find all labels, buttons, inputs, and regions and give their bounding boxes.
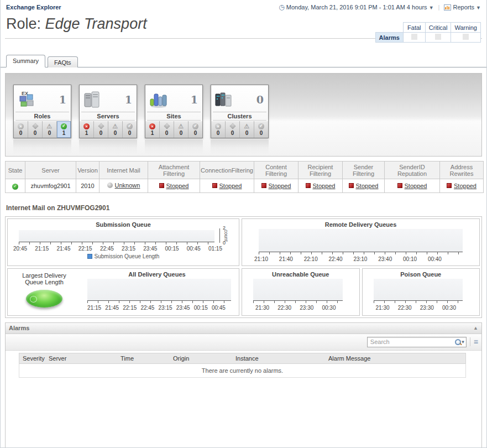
servers-normal-count: 0: [128, 130, 132, 136]
all-delivery-plot-area: [87, 279, 231, 301]
sender-filtering-cell: Stopped: [343, 179, 385, 193]
search-icon[interactable]: [454, 338, 462, 346]
internet-mail-link[interactable]: Unknown: [115, 182, 140, 189]
roles-critical-cell[interactable]: 0: [28, 121, 42, 138]
alarm-summary-col-critical: Critical: [425, 23, 451, 33]
submission-x-labels: 20:45 21:15 21:45 22:15 22:45 23:15 23:4…: [13, 246, 222, 252]
divider: |: [437, 4, 441, 11]
attachment-filtering-link[interactable]: Stopped: [166, 183, 189, 189]
col-senderid-reputation: SenderID Reputation: [385, 162, 440, 179]
search-input[interactable]: [369, 338, 454, 346]
address-rewrites-link[interactable]: Stopped: [454, 183, 476, 189]
tick-label: 00:10: [403, 256, 417, 262]
roles-fatal-cell[interactable]: × 0: [14, 121, 28, 138]
clusters-warning-count: 0: [245, 130, 249, 136]
remote-delivery-x-labels: 21:10 21:40 22:10 22:40 23:10 23:40 00:1…: [254, 256, 442, 262]
tile-clusters-status-row: × 0 0 ⚠ 0 ✓ 0: [211, 121, 268, 138]
sites-normal-cell[interactable]: ✓ 0: [188, 121, 202, 138]
chevron-down-icon[interactable]: ▾: [462, 339, 464, 345]
clusters-normal-cell[interactable]: ✓ 0: [254, 121, 268, 138]
section-title: Internet Mail on ZHUVMFOG2901: [6, 204, 481, 212]
servers-normal-cell[interactable]: ✓ 0: [122, 121, 137, 138]
collapse-icon[interactable]: ▲: [473, 325, 478, 331]
clusters-fatal-count: 0: [217, 130, 220, 136]
tile-servers[interactable]: 1 Servers × 1 0 ⚠ 0: [79, 85, 137, 138]
tick-label: 23:30: [420, 305, 434, 311]
connection-filtering-link[interactable]: Stopped: [219, 183, 242, 189]
clusters-fatal-cell[interactable]: × 0: [211, 121, 225, 138]
critical-icon: [32, 123, 38, 129]
roles-warning-cell[interactable]: ⚠ 0: [42, 121, 56, 138]
servers-fatal-cell[interactable]: × 1: [80, 121, 93, 138]
col-sender-filtering: Sender Filtering: [343, 162, 385, 179]
tick-label: 22:15: [123, 305, 137, 311]
sender-filtering-link[interactable]: Stopped: [356, 183, 379, 189]
clusters-warning-cell[interactable]: ⚠ 0: [239, 121, 254, 138]
sites-critical-count: 0: [165, 130, 169, 136]
version-cell: 2010: [76, 179, 100, 193]
tick-label: 23:15: [122, 246, 135, 252]
critical-icon: [164, 123, 170, 129]
tick-label: 20:45: [13, 246, 27, 252]
recipient-filtering-link[interactable]: Stopped: [313, 183, 336, 189]
tile-roles-label: Roles: [15, 112, 69, 121]
breadcrumb: Exchange Explorer: [6, 4, 61, 11]
empty-count-square: [435, 34, 441, 40]
roles-critical-count: 0: [34, 130, 37, 136]
clusters-critical-cell[interactable]: 0: [225, 121, 239, 138]
poison-plot-area: [374, 279, 463, 301]
col-alarm-message: Alarm Message: [325, 353, 465, 363]
tile-wrap-clusters: 0 Clusters × 0 0 ⚠ 0: [211, 85, 269, 156]
all-delivery-chart-box: Largest Delivery Queue Length All Delive…: [7, 268, 239, 316]
tile-servers-status-row: × 1 0 ⚠ 0 ✓ 0: [80, 121, 137, 138]
fatal-icon: ×: [149, 123, 155, 129]
servers-warning-cell[interactable]: ⚠ 0: [108, 121, 122, 138]
tile-sites[interactable]: 1 Sites × 1 0 ⚠ 0: [145, 85, 203, 138]
address-rewrites-cell: Stopped: [440, 179, 484, 193]
table-customizer-icon[interactable]: ≡: [474, 338, 478, 346]
tick-label: 23:10: [353, 256, 367, 262]
tile-reflection: [145, 140, 203, 154]
remote-delivery-chart: Remote Delivery Queues 21:10 21:40 22:10…: [242, 218, 480, 266]
senderid-reputation-link[interactable]: Stopped: [405, 183, 427, 189]
tick-label: 00:45: [187, 246, 201, 252]
alarm-summary-warning-cell[interactable]: [451, 33, 481, 43]
content-filtering-link[interactable]: Stopped: [269, 183, 291, 189]
roles-fatal-count: 0: [19, 130, 23, 136]
chevron-down-icon: ▼: [476, 5, 481, 11]
attachment-filtering-cell: Stopped: [148, 179, 200, 193]
sites-warning-cell[interactable]: ⚠ 0: [174, 121, 188, 138]
report-icon: [444, 4, 451, 11]
stopped-icon: [212, 183, 217, 188]
col-server: Server: [25, 162, 76, 179]
unreachable-plot-area: [253, 279, 343, 301]
tick-label: 00:15: [165, 246, 179, 252]
legend-label: Submission Queue Length: [95, 253, 160, 259]
submission-plot-area: [19, 230, 214, 242]
alarms-panel: Alarms ▲ ▾ ≡ Severity Server Time Origin…: [5, 322, 482, 448]
divider: [470, 337, 470, 346]
clusters-icon: [214, 91, 233, 108]
sites-critical-cell[interactable]: 0: [159, 121, 174, 138]
reports-menu[interactable]: Reports ▼: [444, 4, 481, 11]
clusters-normal-count: 0: [260, 130, 263, 136]
tab-faqts[interactable]: FAQts: [48, 56, 78, 67]
alarm-summary-critical-cell[interactable]: [425, 33, 451, 43]
tick-label: 00:30: [322, 305, 336, 311]
tile-roles[interactable]: EX 1 Roles × 0 0: [13, 85, 71, 138]
critical-icon: [229, 123, 235, 129]
tab-summary[interactable]: Summary: [6, 55, 45, 67]
tile-clusters[interactable]: 0 Clusters × 0 0 ⚠ 0: [211, 85, 269, 138]
stopped-icon: [306, 183, 311, 188]
roles-normal-cell[interactable]: ✓ 1: [56, 121, 71, 138]
normal-icon: ✓: [61, 123, 67, 129]
tick-label: 00:15: [194, 305, 208, 311]
timerange-selector[interactable]: ◷ Monday, March 21, 2016 9:01 PM - 1:01 …: [279, 3, 433, 11]
alarm-summary-fatal-cell[interactable]: [403, 33, 425, 43]
servers-critical-cell[interactable]: 0: [93, 121, 108, 138]
sites-fatal-cell[interactable]: × 1: [145, 121, 159, 138]
tick-label: 23:30: [300, 305, 313, 311]
sites-icon: [149, 91, 169, 108]
tick-label: 23:45: [176, 305, 190, 311]
table-row: ✓ zhuvmfog2901 2010 Unknown Stopped Stop…: [6, 179, 484, 193]
